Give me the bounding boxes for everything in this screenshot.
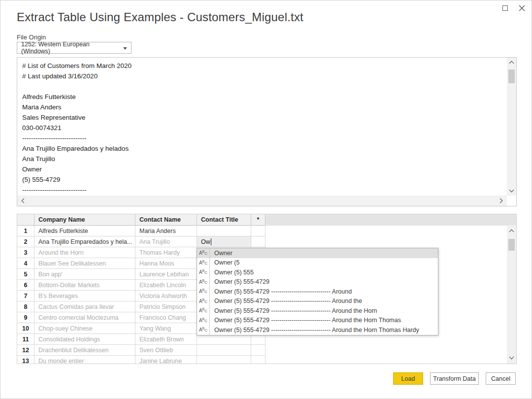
table-cell-company[interactable]: Consolidated Holdings <box>34 334 135 345</box>
table-cell-new-column[interactable] <box>251 226 266 236</box>
scroll-up-icon[interactable] <box>509 61 514 66</box>
table-cell-contact[interactable]: Laurence Lebihan <box>135 269 197 280</box>
file-origin-select[interactable]: 1252: Western European (Windows) <box>17 42 132 54</box>
extract-table-dialog: Extract Table Using Examples - Customers… <box>0 0 532 399</box>
table-cell-contact-title[interactable] <box>197 334 251 345</box>
table-row-number: 2 <box>17 236 34 247</box>
scroll-down-icon[interactable] <box>509 188 514 193</box>
editing-cell-value: Ow <box>201 238 210 245</box>
table-row: 2Ana Trujillo Emparedados y hela...Ana T… <box>17 236 516 247</box>
load-button[interactable]: Load <box>393 372 423 385</box>
table-row-number: 5 <box>17 269 34 280</box>
table-cell-company[interactable]: Du monde entier <box>34 356 135 364</box>
table-cell-company[interactable]: Cactus Comidas para llevar <box>34 301 135 312</box>
preview-line: 030-0074321 <box>22 123 504 133</box>
scroll-right-icon[interactable] <box>498 199 503 203</box>
text-type-abc-icon: ABC <box>197 316 210 326</box>
table-cell-contact[interactable]: Hanna Moos <box>135 258 197 269</box>
table-cell-contact[interactable]: Sven Ottlieb <box>135 345 197 356</box>
table-cell-contact[interactable]: Janine Labrune <box>135 356 197 364</box>
suggestion-item[interactable]: ABCOwner (5) 555 <box>197 267 438 277</box>
table-cell-contact[interactable]: Elizabeth Lincoln <box>135 280 197 291</box>
chevron-down-icon <box>123 47 127 50</box>
table-cell-contact-title[interactable] <box>197 226 251 236</box>
table-cell-new-column[interactable] <box>251 356 266 364</box>
table-cell-contact-title[interactable] <box>197 356 251 364</box>
table-row: 11Consolidated HoldingsElizabeth Brown <box>17 334 516 345</box>
preview-line: ----------------------------- <box>22 185 504 194</box>
suggestion-item[interactable]: ABCOwner (5) 555-4729 ------------------… <box>197 325 438 335</box>
dialog-title: Extract Table Using Examples - Customers… <box>17 10 303 24</box>
header-contact-title[interactable]: Contact Title <box>197 214 251 226</box>
file-preview-box[interactable]: # List of Customers from March 2020# Las… <box>17 57 517 206</box>
table-cell-company[interactable]: Alfreds Futterkiste <box>34 226 135 236</box>
preview-vertical-scrollbar[interactable] <box>507 58 516 196</box>
table-cell-company[interactable]: Around the Horn <box>34 247 135 258</box>
suggestion-item[interactable]: ABCOwner (5 <box>197 258 438 268</box>
table-cell-company[interactable]: Centro comercial Moctezuma <box>34 312 135 323</box>
suggestion-label: Owner (5) 555-4729 ---------------------… <box>210 325 419 335</box>
preview-line <box>22 81 504 92</box>
table-cell-new-column[interactable] <box>251 345 266 356</box>
table-cell-contact[interactable]: Thomas Hardy <box>135 247 197 258</box>
suggestion-item[interactable]: ABCOwner (5) 555-4729 ------------------… <box>197 306 438 316</box>
suggestion-item[interactable]: ABCOwner (5) 555-4729 ------------------… <box>197 287 438 297</box>
table-cell-contact[interactable]: Victoria Ashworth <box>135 291 197 301</box>
table-cell-company[interactable]: Drachenblut Delikatessen <box>34 345 135 356</box>
header-company-name[interactable]: Company Name <box>34 214 135 226</box>
table-vertical-scrollbar[interactable] <box>507 225 516 364</box>
table-row: 13Du monde entierJanine Labrune <box>17 356 516 364</box>
cancel-button[interactable]: Cancel <box>486 372 516 385</box>
table-cell-company[interactable]: B's Beverages <box>34 291 135 301</box>
preview-line: # Last updated 3/16/2020 <box>22 71 504 81</box>
transform-data-button[interactable]: Transform Data <box>430 372 479 385</box>
suggestion-item[interactable]: ABCOwner (5) 555-4729 ------------------… <box>197 316 438 326</box>
maximize-button[interactable] <box>500 3 510 13</box>
table-row-number: 7 <box>17 291 34 301</box>
scrollbar-thumb[interactable] <box>508 239 515 251</box>
header-contact-name[interactable]: Contact Name <box>135 214 197 226</box>
suggestion-label: Owner <box>210 248 233 258</box>
table-cell-new-column[interactable] <box>251 334 266 345</box>
table-row-number: 11 <box>17 334 34 345</box>
suggestions-dropdown: ABCOwnerABCOwner (5ABCOwner (5) 555ABCOw… <box>197 248 438 335</box>
table-cell-contact-title[interactable] <box>197 345 251 356</box>
table-cell-contact[interactable]: Patricio Simpson <box>135 301 197 312</box>
preview-horizontal-scrollbar[interactable] <box>17 196 507 206</box>
suggestion-item[interactable]: ABCOwner <box>197 248 438 258</box>
table-cell-new-column[interactable] <box>251 236 266 247</box>
table-row-number: 6 <box>17 280 34 291</box>
table-cell-contact[interactable]: Ana Trujillo <box>135 236 197 247</box>
header-new-column[interactable]: * <box>251 214 266 226</box>
scroll-up-icon[interactable] <box>509 230 514 234</box>
scroll-down-icon[interactable] <box>509 355 514 360</box>
table-cell-contact[interactable]: Yang Wang <box>135 323 197 334</box>
table-cell-company[interactable]: Bottom-Dollar Markets <box>34 280 135 291</box>
table-cell-company[interactable]: Chop-suey Chinese <box>34 323 135 334</box>
table-row-number: 13 <box>17 356 34 364</box>
table-cell-contact[interactable]: Maria Anders <box>135 226 197 236</box>
close-button[interactable] <box>517 3 527 13</box>
table-cell-contact-title[interactable]: Ow <box>197 236 251 247</box>
suggestion-label: Owner (5) 555-4729 ---------------------… <box>210 316 401 326</box>
suggestion-item[interactable]: ABCOwner (5) 555-4729 <box>197 277 438 287</box>
table-cell-contact[interactable]: Francisco Chang <box>135 312 197 323</box>
preview-line: Owner <box>22 164 504 174</box>
table-cell-company[interactable]: Ana Trujillo Emparedados y hela... <box>34 236 135 247</box>
suggestion-item[interactable]: ABCOwner (5) 555-4729 ------------------… <box>197 297 438 306</box>
table-cell-company[interactable]: Blauer See Delikatessen <box>34 258 135 269</box>
scroll-left-icon[interactable] <box>22 199 27 203</box>
suggestion-label: Owner (5) 555 <box>210 267 254 277</box>
file-origin-value: 1252: Western European (Windows) <box>21 41 120 55</box>
text-type-abc-icon: ABC <box>197 248 210 258</box>
preview-text: # List of Customers from March 2020# Las… <box>22 61 504 194</box>
preview-line: Alfreds Futterkiste <box>22 92 504 102</box>
scrollbar-thumb[interactable] <box>508 69 515 83</box>
close-icon <box>519 5 525 11</box>
suggestion-label: Owner (5) 555-4729 ---------------------… <box>210 297 362 306</box>
table-header-row: Company Name Contact Name Contact Title … <box>17 214 516 226</box>
suggestion-label: Owner (5 <box>210 258 239 268</box>
table-cell-company[interactable]: Bon app' <box>34 269 135 280</box>
table-cell-contact[interactable]: Elizabeth Brown <box>135 334 197 345</box>
text-type-abc-icon: ABC <box>197 277 210 287</box>
